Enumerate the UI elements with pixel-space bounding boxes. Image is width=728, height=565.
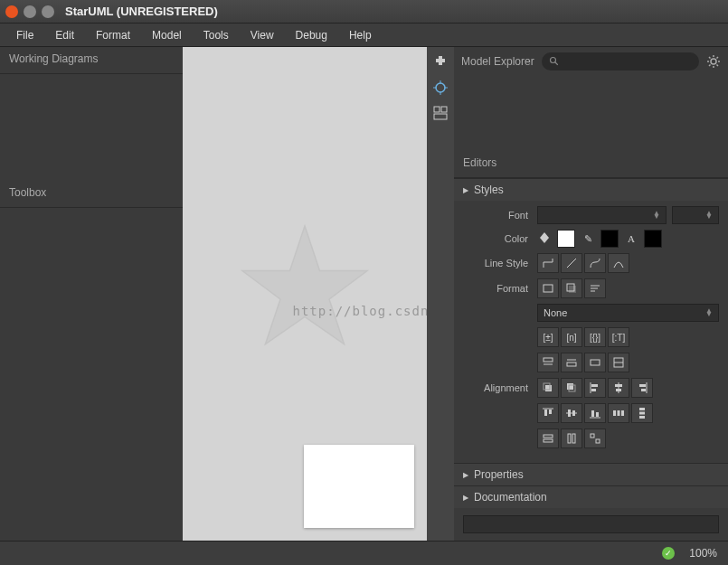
align-left-button[interactable] <box>584 378 606 398</box>
documentation-section-header[interactable]: ▶ Documentation <box>454 485 728 508</box>
match-size-button[interactable] <box>584 428 606 448</box>
search-input[interactable] <box>560 56 692 67</box>
align-right-button[interactable] <box>631 378 653 398</box>
svg-rect-27 <box>591 360 600 365</box>
svg-rect-21 <box>569 286 576 293</box>
layout-icon[interactable] <box>432 105 449 121</box>
svg-line-19 <box>717 57 719 59</box>
menu-model[interactable]: Model <box>141 25 193 45</box>
font-color-icon[interactable]: A <box>624 231 638 246</box>
maximize-icon[interactable] <box>42 5 54 18</box>
align-bottom-button[interactable] <box>584 403 606 423</box>
align-center-button[interactable] <box>608 378 629 398</box>
extension-icon[interactable] <box>432 54 449 71</box>
styles-section-header[interactable]: ▶ Styles <box>454 178 728 201</box>
documentation-textarea[interactable] <box>463 515 719 533</box>
pencil-icon[interactable]: ✎ <box>581 231 595 246</box>
left-column: Working Diagrams Toolbox <box>0 47 183 541</box>
svg-rect-7 <box>441 107 447 112</box>
menu-debug[interactable]: Debug <box>285 25 338 45</box>
menu-format[interactable]: Format <box>85 25 141 45</box>
show-type-button[interactable]: [:T] <box>608 327 629 347</box>
linestyle-rounded-button[interactable] <box>584 253 606 273</box>
show-visibility-button[interactable]: [±] <box>537 327 559 347</box>
chevron-right-icon: ▶ <box>463 471 468 479</box>
documentation-label: Documentation <box>474 491 547 504</box>
watermark-text: http://blog.csdn.net/ <box>293 304 428 318</box>
align-middle-button[interactable] <box>561 403 582 423</box>
search-box[interactable] <box>542 52 699 71</box>
svg-rect-55 <box>639 408 645 410</box>
svg-rect-61 <box>572 434 575 443</box>
working-diagrams-header: Working Diagrams <box>0 47 183 74</box>
menu-tools[interactable]: Tools <box>193 25 240 45</box>
format-label: Format <box>463 283 532 294</box>
svg-rect-50 <box>591 410 594 417</box>
font-label: Font <box>463 210 532 221</box>
suppress-literals-button[interactable] <box>608 353 629 372</box>
window-titlebar: StarUML (UNREGISTERED) <box>0 0 728 24</box>
svg-rect-52 <box>613 410 616 416</box>
menu-file[interactable]: File <box>5 25 44 45</box>
linestyle-rectilinear-button[interactable] <box>537 253 559 273</box>
svg-rect-44 <box>544 410 547 416</box>
svg-rect-30 <box>545 385 552 391</box>
font-family-combo[interactable]: ▲▼ <box>537 206 667 224</box>
svg-rect-51 <box>596 412 599 417</box>
auto-resize-button[interactable] <box>537 278 559 298</box>
svg-rect-62 <box>591 434 594 438</box>
gear-icon[interactable] <box>706 54 721 69</box>
svg-point-9 <box>550 58 555 63</box>
right-column: Model Explorer Editors ▶ Styles Font <box>454 47 728 541</box>
send-to-back-button[interactable] <box>561 378 582 398</box>
documentation-body <box>454 508 728 541</box>
diagram-canvas[interactable]: http://blog.csdn.net/ <box>183 47 427 541</box>
status-ok-icon[interactable]: ✓ <box>662 547 675 560</box>
bring-to-front-button[interactable] <box>537 378 559 398</box>
svg-line-17 <box>717 65 719 67</box>
show-namespace-button[interactable]: [n] <box>561 327 582 347</box>
menu-help[interactable]: Help <box>338 25 383 45</box>
svg-rect-58 <box>544 435 553 438</box>
linestyle-oblique-button[interactable] <box>561 253 582 273</box>
main-area: Working Diagrams Toolbox http://blog.csd… <box>0 47 728 541</box>
font-color-swatch[interactable] <box>644 230 662 248</box>
svg-rect-59 <box>544 439 553 442</box>
show-property-button[interactable]: [{}] <box>584 327 606 347</box>
close-icon[interactable] <box>5 5 18 18</box>
minimize-icon[interactable] <box>24 5 36 18</box>
align-top-button[interactable] <box>537 403 559 423</box>
zoom-level[interactable]: 100% <box>689 547 717 560</box>
alignment-label: Alignment <box>463 382 532 393</box>
menu-view[interactable]: View <box>240 25 285 45</box>
chevron-right-icon: ▶ <box>463 186 468 194</box>
menu-edit[interactable]: Edit <box>44 25 85 45</box>
line-color-swatch[interactable] <box>600 230 619 248</box>
distribute-horizontal-button[interactable] <box>608 403 629 423</box>
linestyle-curve-button[interactable] <box>608 253 629 273</box>
font-size-combo[interactable]: ▲▼ <box>672 206 719 224</box>
svg-rect-47 <box>568 410 571 417</box>
match-height-button[interactable] <box>561 428 582 448</box>
stereotype-display-combo[interactable]: None▲▼ <box>537 304 719 322</box>
properties-section-header[interactable]: ▶ Properties <box>454 463 728 485</box>
word-wrap-button[interactable] <box>584 278 606 298</box>
linestyle-label: Line Style <box>463 258 532 268</box>
statusbar: ✓ 100% <box>0 541 728 565</box>
distribute-vertical-button[interactable] <box>631 403 653 423</box>
suppress-operations-button[interactable] <box>561 353 582 372</box>
fill-color-swatch[interactable] <box>557 230 575 248</box>
svg-rect-42 <box>641 389 646 391</box>
match-width-button[interactable] <box>537 428 559 448</box>
properties-label: Properties <box>474 468 524 481</box>
show-shadow-button[interactable] <box>561 278 582 298</box>
minimap[interactable] <box>304 445 414 528</box>
svg-rect-33 <box>569 385 575 391</box>
suppress-attributes-button[interactable] <box>537 353 559 372</box>
svg-rect-31 <box>544 383 550 390</box>
model-explorer-header: Model Explorer <box>461 55 534 68</box>
target-icon[interactable] <box>432 80 449 96</box>
fill-icon[interactable] <box>537 231 552 246</box>
suppress-receptions-button[interactable] <box>584 353 606 372</box>
color-label: Color <box>463 233 532 244</box>
